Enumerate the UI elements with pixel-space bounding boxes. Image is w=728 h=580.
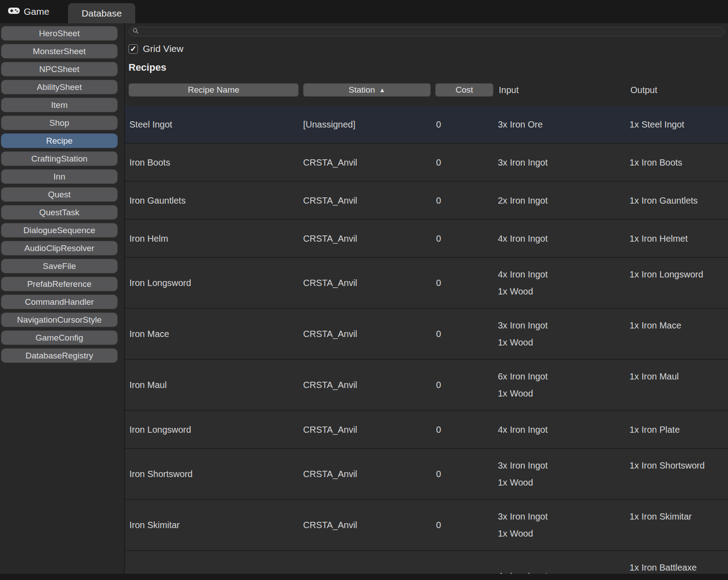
station-cell: CRSTA_Anvil	[303, 220, 435, 257]
header-input-col: Input	[498, 85, 630, 95]
input-cell: 4x Iron Ingot	[498, 411, 630, 448]
cost-cell: 0	[435, 309, 498, 359]
bottom-bar	[0, 574, 728, 580]
output-cell: 1x Iron Gauntlets	[630, 182, 728, 219]
recipe-name-cell: Steel Ingot	[128, 106, 303, 143]
sidebar-item-monstersheet[interactable]: MonsterSheet	[1, 44, 118, 59]
table-row[interactable]: Iron SkimitarCRSTA_Anvil03x Iron Ingot1x…	[125, 500, 728, 551]
table-row[interactable]: Iron MaceCRSTA_Anvil03x Iron Ingot1x Woo…	[125, 309, 728, 360]
output-cell: 1x Iron Boots	[630, 144, 728, 181]
table-header: Recipe Name Station ▲ Cost Input	[128, 83, 724, 97]
recipe-name-cell: Iron Longsword	[128, 411, 303, 448]
sidebar-item-savefile[interactable]: SaveFile	[1, 259, 118, 273]
search-bar[interactable]	[128, 27, 724, 36]
header-cost-col: Cost	[435, 83, 498, 97]
sidebar-item-navigationcursorstyle[interactable]: NavigationCursorStyle	[1, 312, 118, 327]
output-cell: 1x Iron Mace	[630, 309, 728, 359]
station-cell: CRSTA_Anvil	[303, 449, 435, 499]
sidebar-item-questtask[interactable]: QuestTask	[1, 205, 118, 220]
search-input[interactable]	[141, 28, 720, 35]
sidebar-item-craftingstation[interactable]: CraftingStation	[1, 151, 118, 166]
station-cell: CRSTA_Anvil	[303, 144, 435, 181]
cost-cell: 0	[435, 411, 498, 448]
sidebar-item-npcsheet[interactable]: NPCSheet	[1, 62, 118, 77]
recipe-name-cell: Iron Helm	[128, 220, 303, 257]
input-cell: 6x Iron Ingot1x Wood	[498, 360, 630, 410]
station-cell: CRSTA_Anvil	[303, 411, 435, 448]
app-window: Game Database HeroSheetMonsterSheetNPCSh…	[0, 0, 728, 580]
sidebar-item-recipe[interactable]: Recipe	[1, 133, 118, 148]
header-station-col: Station ▲	[303, 83, 435, 97]
table-row[interactable]: Steel Ingot[Unassigned]03x Iron Ore1x St…	[125, 106, 728, 144]
recipe-name-cell: Iron Mace	[128, 309, 303, 359]
input-cell: 4x Iron Ingot	[498, 220, 630, 257]
cost-cell: 0	[435, 220, 498, 257]
table-row[interactable]: Iron HelmCRSTA_Anvil04x Iron Ingot1x Iro…	[125, 220, 728, 258]
sidebar: HeroSheetMonsterSheetNPCSheetAbilityShee…	[0, 23, 125, 574]
cost-cell: 0	[435, 106, 498, 143]
sidebar-item-dialoguesequence[interactable]: DialogueSequence	[1, 223, 118, 238]
sidebar-item-shop[interactable]: Shop	[1, 115, 118, 130]
station-cell: CRSTA_Anvil	[303, 360, 435, 410]
recipe-name-cell: Iron Maul	[128, 360, 303, 410]
sort-station-button[interactable]: Station ▲	[303, 83, 431, 97]
output-cell: 1x Iron Maul	[630, 360, 728, 410]
input-cell: 3x Iron Ore	[498, 106, 630, 143]
sort-ascending-icon: ▲	[379, 87, 385, 93]
output-cell: 1x Steel Ingot	[630, 106, 728, 143]
tab-database[interactable]: Database	[68, 3, 135, 23]
cost-cell: 0	[435, 258, 498, 308]
table-row[interactable]: Iron LongswordCRSTA_Anvil04x Iron Ingot1…	[125, 258, 728, 309]
recipe-name-cell	[128, 551, 303, 574]
table-row[interactable]: Iron ShortswordCRSTA_Anvil03x Iron Ingot…	[125, 449, 728, 500]
input-cell: 3x Iron Ingot	[498, 144, 630, 181]
sidebar-item-audioclipresolver[interactable]: AudioClipResolver	[1, 241, 118, 256]
input-cell: 2x Iron Ingot	[498, 182, 630, 219]
recipe-name-cell: Iron Boots	[128, 144, 303, 181]
station-cell	[303, 551, 435, 574]
search-icon	[133, 28, 139, 36]
tab-game-label: Game	[24, 6, 49, 17]
table-row[interactable]: Iron BootsCRSTA_Anvil03x Iron Ingot1x Ir…	[125, 144, 728, 182]
cost-cell: 0	[435, 182, 498, 219]
output-cell: 1x Iron Shortsword	[630, 449, 728, 499]
header-output-col: Output	[630, 85, 724, 95]
sidebar-item-prefabreference[interactable]: PrefabReference	[1, 277, 118, 291]
table-row[interactable]: Iron GauntletsCRSTA_Anvil02x Iron Ingot1…	[125, 182, 728, 220]
cost-cell	[435, 551, 498, 574]
header-cost-label: Cost	[455, 85, 473, 95]
sidebar-item-gameconfig[interactable]: GameConfig	[1, 330, 118, 345]
sidebar-item-item[interactable]: Item	[1, 98, 118, 112]
station-cell: CRSTA_Anvil	[303, 182, 435, 219]
page-title: Recipes	[128, 62, 724, 73]
recipe-name-cell: Iron Skimitar	[128, 500, 303, 550]
sort-cost-button[interactable]: Cost	[435, 83, 493, 97]
sidebar-item-commandhandler[interactable]: CommandHandler	[1, 294, 118, 309]
input-cell: 4x Iron Ingot1x Wood	[498, 258, 630, 308]
cost-cell: 0	[435, 449, 498, 499]
sidebar-item-herosheet[interactable]: HeroSheet	[1, 26, 118, 41]
header-station-label: Station	[348, 85, 375, 95]
recipe-name-cell: Iron Gauntlets	[128, 182, 303, 219]
sidebar-item-quest[interactable]: Quest	[1, 187, 118, 202]
grid-view-checkbox[interactable]: ✓	[128, 44, 138, 54]
sidebar-item-inn[interactable]: Inn	[1, 169, 118, 184]
tab-bar: Game Database	[0, 0, 728, 23]
output-cell: 1x Iron Plate	[630, 411, 728, 448]
tab-database-label: Database	[81, 8, 122, 19]
station-cell: CRSTA_Anvil	[303, 309, 435, 359]
gamepad-icon	[8, 6, 20, 17]
recipe-name-cell: Iron Longsword	[128, 258, 303, 308]
header-recipe-name-label: Recipe Name	[188, 85, 239, 95]
sidebar-item-abilitysheet[interactable]: AbilitySheet	[1, 80, 118, 94]
input-cell: 3x Iron Ingot1x Wood	[498, 309, 630, 359]
table-row[interactable]: Iron MaulCRSTA_Anvil06x Iron Ingot1x Woo…	[125, 360, 728, 411]
output-cell: 1x Iron Battleaxe	[630, 551, 728, 574]
sidebar-item-databaseregistry[interactable]: DatabaseRegistry	[1, 348, 118, 363]
table-row[interactable]: 4x Iron Ingot1x Iron Battleaxe	[125, 551, 728, 574]
tab-game[interactable]: Game	[2, 0, 56, 23]
grid-view-toggle[interactable]: ✓ Grid View	[128, 43, 184, 54]
sort-recipe-name-button[interactable]: Recipe Name	[128, 83, 299, 97]
table-row[interactable]: Iron LongswordCRSTA_Anvil04x Iron Ingot1…	[125, 411, 728, 449]
header-input-label: Input	[498, 85, 518, 95]
